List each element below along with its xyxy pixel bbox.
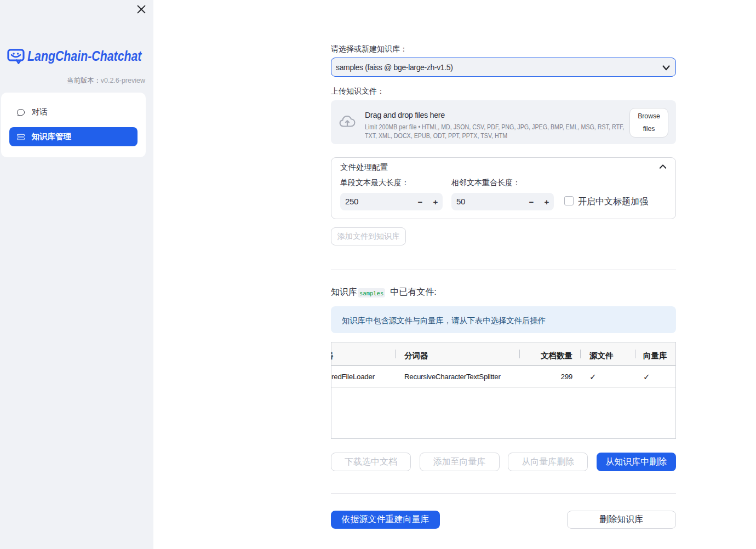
app-logo: LangChain-Chatchat [7, 48, 146, 65]
sidebar-menu: 对话 知识库管理 [1, 93, 146, 157]
kb-files-prefix: 知识库 [331, 287, 357, 296]
divider [331, 493, 676, 494]
version-value: v0.2.6-preview [101, 77, 145, 84]
chatchat-logo-icon [7, 49, 25, 64]
file-dropzone[interactable]: Drag and drop files here Limit 200MB per… [331, 100, 676, 144]
cell-in-folder-check: ✓ [589, 372, 597, 382]
col-header-loader[interactable]: 文档加载器 [331, 351, 334, 361]
expander-title: 文件处理配置 [340, 162, 388, 173]
column-separator [395, 350, 396, 358]
kb-files-table[interactable]: 文档加载器 分词器 文档数量 源文件 向量库 UnstructuredFileL… [331, 342, 676, 439]
browse-files-label: files [643, 123, 655, 135]
zh-title-enhance-checkbox[interactable] [564, 196, 574, 205]
logo-text: LangChain-Chatchat [27, 48, 141, 64]
dropzone-title: Drag and drop files here [365, 111, 445, 119]
col-header-docs-count[interactable]: 文档数量 [541, 351, 572, 361]
overlap-size-value: 50 [456, 193, 465, 210]
cell-splitter: RecursiveCharacterTextSplitter [404, 373, 501, 381]
info-alert-text: 知识库中包含源文件与向量库，请从下表中选择文件后操作 [342, 316, 546, 326]
column-separator [519, 350, 520, 358]
table-header-row: 文档加载器 分词器 文档数量 源文件 向量库 [331, 342, 675, 366]
kb-select-value: samples (faiss @ bge-large-zh-v1.5) [336, 63, 453, 72]
col-header-in-db[interactable]: 向量库 [643, 351, 667, 361]
info-alert: 知识库中包含源文件与向量库，请从下表中选择文件后操作 [331, 306, 676, 333]
delete-from-vector-store-button[interactable]: 从向量库删除 [508, 453, 588, 471]
sidebar-item-dialogue[interactable]: 对话 [9, 102, 138, 122]
divider [331, 270, 676, 270]
kb-name-code: samples [358, 288, 385, 298]
kb-select-label: 请选择或新建知识库： [331, 44, 408, 54]
chevron-down-icon [662, 64, 671, 72]
upload-label: 上传知识文件： [331, 87, 385, 96]
version-label: 当前版本： [67, 77, 100, 84]
dropzone-limit-text: TXT, XML, DOCX, EPUB, ODT, PPT, PPTX, TS… [365, 132, 507, 140]
cell-in-db-check: ✓ [643, 372, 650, 382]
delete-from-kb-button[interactable]: 从知识库中删除 [597, 453, 676, 471]
dropzone-limit-text: Limit 200MB per file • HTML, MD, JSON, C… [365, 123, 624, 131]
column-separator [580, 350, 581, 358]
overlap-plus-button[interactable]: + [540, 193, 554, 210]
kb-files-suffix: 中已有文件: [390, 287, 436, 296]
overlap-minus-button[interactable]: − [524, 193, 539, 210]
chat-icon [17, 108, 25, 116]
delete-kb-button[interactable]: 删除知识库 [567, 511, 676, 529]
hdd-stack-icon [17, 133, 25, 141]
chunk-size-value: 250 [345, 193, 358, 210]
sidebar-item-label: 对话 [32, 107, 48, 117]
col-header-splitter[interactable]: 分词器 [404, 351, 428, 361]
add-to-vector-store-button[interactable]: 添加至向量库 [420, 453, 500, 471]
version-caption: 当前版本：v0.2.6-preview [0, 76, 145, 85]
file-config-expander: 文件处理配置 单段文本最大长度： 相邻文本重合长度： 250 − + 50 − … [331, 157, 676, 219]
expander-header[interactable]: 文件处理配置 [331, 158, 675, 180]
download-selected-button[interactable]: 下载选中文档 [331, 453, 411, 471]
overlap-size-label: 相邻文本重合长度： [451, 178, 520, 188]
close-icon [136, 4, 146, 14]
chunk-plus-button[interactable]: + [428, 193, 443, 210]
zh-title-enhance-label: 开启中文标题加强 [578, 196, 648, 208]
chevron-up-icon [659, 163, 667, 170]
rebuild-vector-store-button[interactable]: 依据源文件重建向量库 [331, 511, 440, 529]
cell-docs-count: 299 [541, 373, 572, 381]
close-sidebar-button[interactable] [136, 4, 146, 14]
cloud-upload-icon [339, 112, 356, 130]
sidebar-item-knowledge-base[interactable]: 知识库管理 [9, 127, 138, 146]
kb-select[interactable]: samples (faiss @ bge-large-zh-v1.5) [331, 58, 676, 77]
cell-loader: UnstructuredFileLoader [331, 373, 375, 381]
chunk-size-input[interactable]: 250 − + [340, 193, 443, 210]
overlap-size-input[interactable]: 50 − + [451, 193, 554, 210]
table-row[interactable]: UnstructuredFileLoader RecursiveCharacte… [331, 366, 675, 388]
kb-files-heading: 知识库samples中已有文件: [331, 287, 437, 298]
chunk-size-label: 单段文本最大长度： [340, 178, 409, 188]
chunk-minus-button[interactable]: − [413, 193, 427, 210]
add-files-to-kb-button[interactable]: 添加文件到知识库 [331, 227, 406, 245]
browse-files-button[interactable]: Browse files [629, 108, 668, 138]
col-header-in-folder[interactable]: 源文件 [589, 351, 614, 361]
sidebar-item-label: 知识库管理 [32, 131, 72, 142]
sidebar: LangChain-Chatchat 当前版本：v0.2.6-preview 对… [0, 0, 153, 549]
browse-files-label: Browse [638, 110, 660, 123]
column-separator [635, 350, 635, 358]
